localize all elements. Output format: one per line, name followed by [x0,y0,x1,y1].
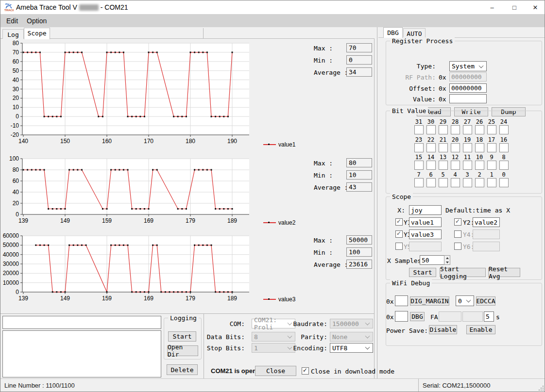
bit-checkbox-12[interactable] [451,161,460,170]
bit-checkbox-1[interactable] [487,178,496,187]
tab-log[interactable]: Log [2,29,24,39]
bit-checkbox-30[interactable] [426,125,436,134]
bit-checkbox-3[interactable] [463,178,472,187]
open-dir-button[interactable]: Open Dir [167,345,198,356]
menu-option[interactable]: Option [24,14,50,27]
bit-checkbox-27[interactable] [463,125,472,134]
log-filename-input[interactable] [2,316,161,329]
close-in-download-label: Close in download mode [311,368,394,375]
svg-text:139: 139 [18,217,28,224]
bit-checkbox-10[interactable] [475,161,484,170]
svg-text:140: 140 [18,138,28,145]
y-checkbox-y1[interactable] [395,218,403,226]
y-checkbox-y5[interactable] [395,243,403,250]
svg-text:10: 10 [13,104,19,111]
svg-text:50: 50 [13,67,19,74]
bit-checkbox-15[interactable] [414,161,424,170]
y-checkbox-y6[interactable] [454,243,461,250]
logging-start-button[interactable]: Start [168,331,196,342]
edcca-select[interactable]: 0 [456,295,474,306]
value3-average-value: 23616 [346,260,372,269]
maximize-button[interactable]: □ [504,0,525,14]
bit-checkbox-21[interactable] [439,143,448,152]
bit-checkbox-4[interactable] [451,178,460,187]
y-input-y1[interactable]: value1 [409,217,442,227]
dbg-button[interactable]: DBG [410,312,425,321]
start-logging-button[interactable]: Start Logging [440,268,486,277]
dig-margin-button[interactable]: DIG_MARGIN [410,296,449,306]
bit-checkbox-16[interactable] [499,143,509,152]
bit-checkbox-17[interactable] [487,143,496,152]
panel-splitter[interactable] [377,27,377,378]
bit-checkbox-24[interactable] [499,125,509,134]
wifi-debug-group: WiFi Debug 0x DIG_MARGIN 0 EDCCA 0x DBG … [386,283,542,346]
close-in-download-checkbox[interactable] [302,367,309,375]
bit-checkbox-13[interactable] [439,161,448,170]
bit-cell-14: 14 [426,154,436,170]
bit-checkbox-18[interactable] [475,143,484,152]
bit-checkbox-8[interactable] [499,161,509,170]
type-select[interactable]: System [449,61,487,71]
log-file-listbox[interactable] [2,330,161,377]
y-checkbox-y2[interactable] [454,218,461,226]
scope-group: Scope X: joy Default:time as X Y1:value1… [386,196,542,280]
bit-checkbox-23[interactable] [414,143,424,152]
bit-checkbox-19[interactable] [463,143,472,152]
bit-cell-7: 7 [414,171,424,187]
fa-seconds-input[interactable]: 5 [484,311,494,322]
dbg-input[interactable] [395,311,408,322]
reset-avg-button[interactable]: Reset Avg [488,268,520,277]
bit-cell-2: 2 [475,171,484,187]
x-axis-input[interactable]: joy [409,205,442,215]
value2-min-label: Min : [314,172,333,179]
minimize-button[interactable]: – [482,0,502,14]
bit-checkbox-2[interactable] [475,178,484,187]
svg-text:179: 179 [186,295,195,302]
bit-checkbox-7[interactable] [414,178,424,187]
svg-text:159: 159 [102,295,112,302]
menu-edit[interactable]: Edit [3,14,21,27]
close-window-button[interactable]: ✕ [525,0,545,14]
svg-text:180: 180 [186,138,195,145]
dig-margin-input[interactable] [395,295,408,306]
edcca-button[interactable]: EDCCA [476,296,495,306]
resize-grip[interactable] [539,386,544,391]
value-input[interactable] [449,94,487,103]
y-input-y2[interactable]: value2 [473,217,500,227]
bit-checkbox-25[interactable] [487,125,496,134]
serial-select-encoding[interactable]: UTF8 [330,343,373,353]
bit-checkbox-26[interactable] [475,125,484,134]
scope-start-button[interactable]: Start [409,268,436,277]
bit-checkbox-29[interactable] [439,125,448,134]
tab-scope[interactable]: Scope [24,28,50,39]
bit-checkbox-6[interactable] [426,178,436,187]
chart-value3: 6000050000400003000020000100000139149159… [0,232,258,305]
svg-text:-10: -10 [11,122,19,129]
bit-cell-1: 1 [487,171,496,187]
bit-checkbox-0[interactable] [499,178,509,187]
serial-label-baudrate: Baudrate: [289,320,327,327]
tab-auto[interactable]: AUTO [403,28,426,37]
bit-checkbox-22[interactable] [426,143,436,152]
y-checkbox-y3[interactable] [395,230,403,238]
seconds-suffix-label: s [496,313,500,321]
serial-label-parity: Parity: [289,333,327,341]
power-save-disable-button[interactable]: Disable [429,325,457,334]
bit-checkbox-20[interactable] [451,143,460,152]
tab-dbg[interactable]: DBG [383,27,403,38]
com-close-button[interactable]: Close [255,366,296,376]
bit-checkbox-14[interactable] [426,161,436,170]
bit-label-5: 5 [441,171,444,178]
bit-checkbox-5[interactable] [439,178,448,187]
bit-checkbox-11[interactable] [463,161,472,170]
x-samples-spinner[interactable] [444,255,450,265]
bit-checkbox-28[interactable] [451,125,460,134]
bit-checkbox-31[interactable] [414,125,424,134]
offset-input[interactable]: 00000000 [449,83,487,93]
y-input-y3[interactable]: value3 [409,229,442,239]
power-save-enable-button[interactable]: Enable [466,325,495,334]
delete-button[interactable]: Delete [167,364,198,375]
x-samples-input[interactable]: 50 [420,255,444,265]
y-checkbox-y4[interactable] [454,230,461,238]
bit-checkbox-9[interactable] [487,161,496,170]
